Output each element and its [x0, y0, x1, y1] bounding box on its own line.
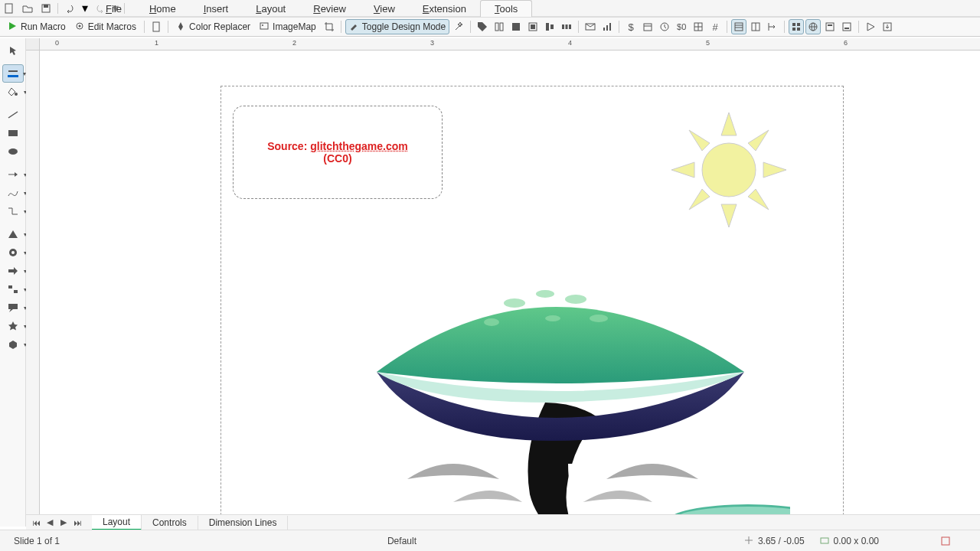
dollar-icon[interactable]: $: [623, 19, 639, 34]
grid-icon[interactable]: [789, 19, 804, 34]
canvas[interactable]: Source: glitchthegame.com (CC0): [40, 51, 980, 514]
tab-layout[interactable]: Layout: [92, 515, 142, 530]
toggle-design-mode-button[interactable]: Toggle Design Mode: [345, 19, 449, 34]
svg-rect-9: [495, 23, 498, 31]
menu-view[interactable]: View: [360, 1, 409, 17]
svg-rect-7: [260, 23, 268, 29]
export-icon[interactable]: [880, 19, 895, 34]
dropdown-arrow-icon[interactable]: ▾: [23, 70, 26, 77]
tab-controls[interactable]: Controls: [142, 516, 198, 530]
svg-marker-45: [867, 23, 874, 31]
snap-object-icon[interactable]: [508, 19, 524, 34]
svg-rect-22: [609, 23, 611, 31]
svg-rect-29: [735, 23, 743, 31]
globe-icon[interactable]: [805, 19, 821, 34]
layout2-icon[interactable]: [748, 19, 763, 34]
menu-tools[interactable]: Tools: [480, 0, 532, 17]
hash-icon[interactable]: #: [707, 19, 723, 34]
snap-grid-icon[interactable]: [492, 19, 507, 34]
symbol-shapes-tool[interactable]: ▾: [2, 243, 24, 262]
svg-marker-60: [721, 204, 737, 227]
mail-icon[interactable]: [583, 19, 598, 34]
layout3-icon[interactable]: [765, 19, 780, 34]
snap-page-icon[interactable]: [525, 19, 541, 34]
image-map-label: ImageMap: [273, 21, 316, 32]
new-icon[interactable]: [2, 2, 16, 15]
play-icon[interactable]: [863, 19, 878, 34]
tag-icon[interactable]: [475, 19, 490, 34]
undo-icon[interactable]: [63, 2, 77, 15]
fill-color-tool[interactable]: ▾: [2, 83, 24, 101]
separator: [470, 21, 471, 33]
menu-file[interactable]: FFileile: [92, 1, 136, 17]
zoom-status-icon[interactable]: [940, 536, 951, 546]
dollar-zero-icon[interactable]: $0: [674, 19, 689, 34]
source-prefix: Source:: [267, 140, 310, 152]
svg-marker-65: [689, 189, 710, 210]
separator: [144, 21, 145, 33]
run-macro-button[interactable]: Run Macro: [4, 19, 70, 34]
date-icon[interactable]: [640, 19, 655, 34]
menu-review[interactable]: Review: [299, 1, 360, 17]
svg-rect-50: [8, 130, 18, 136]
svg-point-8: [262, 24, 263, 26]
chart-icon[interactable]: [599, 19, 615, 34]
tab-dimension-lines[interactable]: Dimension Lines: [198, 516, 289, 530]
pointer-tool[interactable]: [2, 41, 24, 60]
save-icon[interactable]: [39, 2, 53, 15]
star-tool[interactable]: ▾: [2, 317, 24, 335]
3d-tool[interactable]: ▾: [2, 335, 24, 354]
tool-palette: ▾ ▾ ▾ ▾ ▾ ▾ ▾ ▾ ▾ ▾ ▾ ▾: [0, 38, 26, 527]
menu-extension[interactable]: Extension: [409, 1, 480, 17]
svg-point-72: [590, 315, 608, 322]
slide-indicator: Slide 1 of 1: [14, 536, 60, 546]
horizontal-ruler: 0 1 2 3 4 5 6: [40, 38, 980, 51]
tree-graphic[interactable]: [315, 249, 790, 514]
layout1-icon[interactable]: [731, 19, 746, 34]
line-tool[interactable]: [2, 106, 24, 124]
ellipse-tool[interactable]: [2, 142, 24, 161]
menu-home[interactable]: Home: [136, 1, 190, 17]
menu-layout[interactable]: Layout: [242, 1, 299, 17]
wand-icon[interactable]: [451, 19, 466, 34]
basic-shapes-tool[interactable]: ▾: [2, 225, 24, 243]
time-icon[interactable]: [657, 19, 672, 34]
connector-tool[interactable]: ▾: [2, 202, 24, 220]
flowchart-tool[interactable]: ▾: [2, 280, 24, 298]
open-icon[interactable]: [21, 2, 34, 15]
color-replacer-label: Color Replacer: [189, 21, 250, 32]
source-textbox[interactable]: Source: glitchthegame.com (CC0): [233, 106, 443, 199]
separator: [727, 21, 727, 33]
image-map-button[interactable]: ImageMap: [256, 19, 320, 34]
curve-tool[interactable]: ▾: [2, 184, 24, 202]
run-macro-label: Run Macro: [21, 21, 66, 32]
separator: [168, 21, 168, 33]
menu-insert[interactable]: Insert: [190, 1, 243, 17]
first-slide-button[interactable]: ⏮: [30, 517, 42, 529]
svg-rect-6: [153, 22, 159, 31]
form2-icon[interactable]: [839, 19, 854, 34]
svg-line-49: [8, 112, 18, 118]
line-color-tool[interactable]: ▾: [2, 64, 24, 83]
svg-marker-66: [748, 189, 769, 210]
form1-icon[interactable]: [822, 19, 838, 34]
svg-rect-36: [792, 28, 795, 31]
rectangle-tool[interactable]: [2, 124, 24, 142]
crop-icon[interactable]: [322, 19, 337, 34]
sun-graphic[interactable]: [668, 109, 790, 231]
ruler-corner: [26, 38, 40, 51]
block-arrows-tool[interactable]: ▾: [2, 262, 24, 280]
prev-slide-button[interactable]: ◀: [44, 517, 56, 529]
pattern-icon[interactable]: [691, 19, 706, 34]
color-replacer-button[interactable]: Color Replacer: [172, 19, 254, 34]
align-icon[interactable]: [542, 19, 557, 34]
undo-dropdown-icon[interactable]: ▾: [81, 2, 89, 15]
callout-tool[interactable]: ▾: [2, 298, 24, 317]
distribute-icon[interactable]: [559, 19, 574, 34]
edit-macros-button[interactable]: Edit Macros: [71, 19, 140, 34]
svg-point-70: [565, 295, 586, 304]
arrow-tool[interactable]: ▾: [2, 165, 24, 184]
last-slide-button[interactable]: ⏭: [71, 517, 83, 529]
document-icon[interactable]: [149, 19, 164, 34]
next-slide-button[interactable]: ▶: [57, 517, 70, 529]
